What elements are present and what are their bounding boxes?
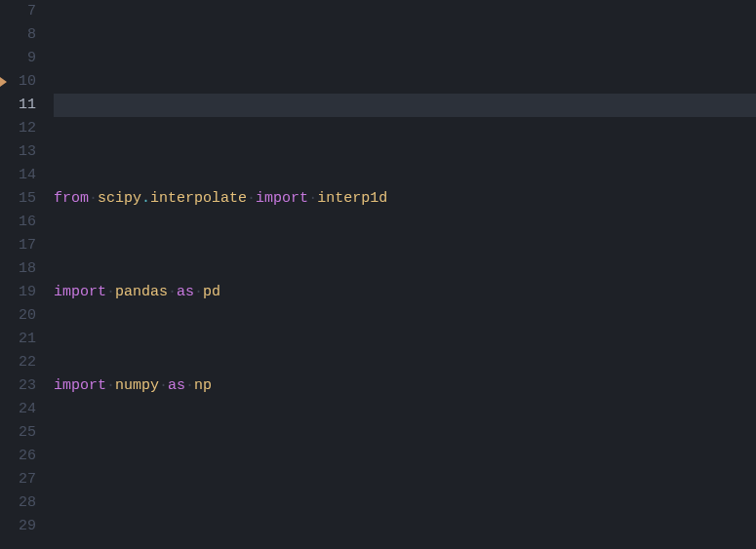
warning-icon [0,77,7,87]
line-number: 13 [0,140,36,164]
code-line[interactable]: import·numpy·as·np [54,374,756,398]
code-line[interactable]: from·scipy.interpolate·import·interp1d [54,187,756,211]
code-line[interactable]: import·pandas·as·pd [54,281,756,304]
line-number: 12 [0,117,36,140]
line-number: 7 [0,0,36,23]
current-line-highlight [54,94,756,117]
line-number: 28 [0,491,36,515]
line-number: 19 [0,281,36,304]
line-number: 15 [0,187,36,211]
line-number: 20 [0,304,36,328]
line-number: 16 [0,211,36,234]
line-number: 9 [0,47,36,70]
line-number: 17 [0,234,36,257]
line-number: 27 [0,468,36,491]
code-area[interactable]: from·scipy.interpolate·import·interp1d i… [54,0,756,549]
line-number: 25 [0,421,36,445]
line-number: 23 [0,374,36,398]
line-number: 21 [0,328,36,351]
line-number: 22 [0,351,36,374]
line-number: 14 [0,164,36,187]
line-number: 8 [0,23,36,47]
line-number-current: 11 [0,94,36,117]
line-number-gutter: 7 8 9 10 11 12 13 14 15 16 17 18 19 20 2… [0,0,54,549]
code-line-current[interactable] [54,468,756,491]
code-editor[interactable]: 7 8 9 10 11 12 13 14 15 16 17 18 19 20 2… [0,0,756,549]
line-number: 26 [0,445,36,468]
line-number: 18 [0,257,36,281]
line-number: 29 [0,515,36,538]
line-number: 24 [0,398,36,421]
